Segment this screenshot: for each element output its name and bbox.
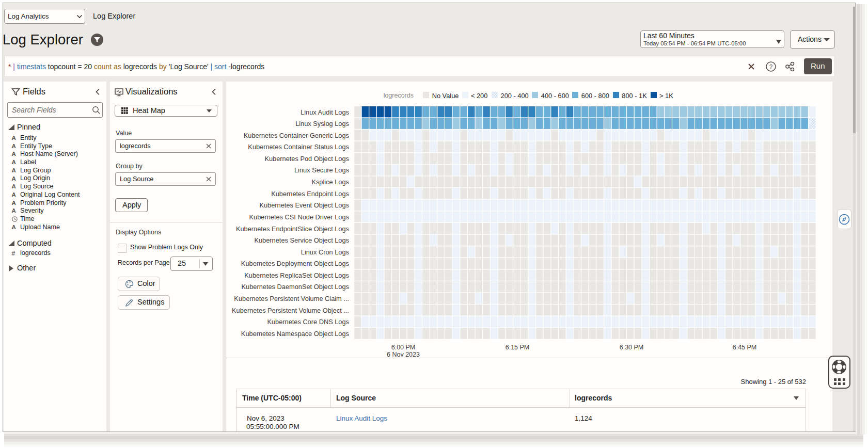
svg-text:?: ? (769, 63, 772, 70)
